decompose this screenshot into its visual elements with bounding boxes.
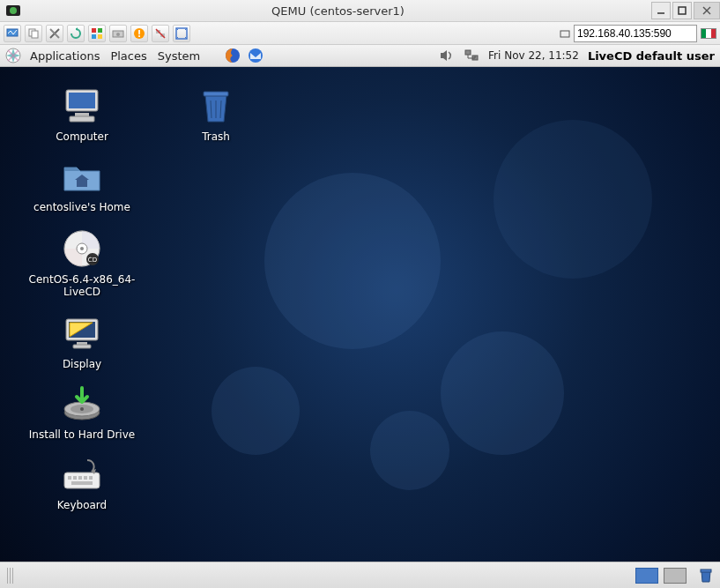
install-label: Install to Hard Drive <box>25 428 139 441</box>
hard-drive-icon <box>61 383 103 425</box>
svg-point-16 <box>116 33 120 36</box>
svg-rect-11 <box>92 28 96 33</box>
user-menu[interactable]: LiveCD default user <box>588 49 715 63</box>
network-icon[interactable] <box>464 48 479 63</box>
svg-rect-23 <box>560 31 569 37</box>
copy-icon[interactable] <box>25 25 42 42</box>
desktop-icon-trash[interactable]: Trash <box>159 85 273 143</box>
workspace-1[interactable] <box>635 568 658 584</box>
gnome-bottom-panel <box>0 562 720 588</box>
svg-rect-14 <box>98 34 102 39</box>
close-button[interactable] <box>694 2 720 19</box>
minimize-button[interactable] <box>651 2 671 19</box>
svg-rect-59 <box>89 476 93 480</box>
monitor-icon[interactable] <box>4 25 21 42</box>
computer-icon <box>61 85 103 127</box>
home-folder-icon <box>61 155 103 197</box>
tools-icon[interactable] <box>46 25 63 42</box>
svg-rect-8 <box>32 31 38 38</box>
svg-rect-36 <box>204 92 228 96</box>
ip-address-input[interactable] <box>574 25 697 42</box>
svg-rect-60 <box>71 481 93 485</box>
window-title: QEMU (centos-server1) <box>26 4 649 18</box>
centos-menu-icon[interactable] <box>5 48 21 63</box>
svg-rect-57 <box>78 476 82 480</box>
refresh-icon[interactable] <box>67 25 85 42</box>
svg-point-1 <box>10 7 17 14</box>
applications-menu[interactable]: Applications <box>28 48 101 64</box>
svg-rect-35 <box>70 116 94 122</box>
desktop-icon-home[interactable]: centoslive's Home <box>25 155 139 213</box>
trash-panel-icon[interactable] <box>697 568 713 584</box>
clock[interactable]: Fri Nov 22, 11:52 <box>488 49 579 62</box>
svg-rect-33 <box>69 93 95 108</box>
system-menu[interactable]: System <box>156 48 202 64</box>
livecd-label: CentOS-6.4-x86_64-LiveCD <box>25 273 139 298</box>
workspace-2[interactable] <box>664 568 687 584</box>
thunderbird-icon[interactable] <box>248 48 264 63</box>
cd-icon: CD <box>61 227 103 270</box>
fullscreen-icon[interactable] <box>173 25 190 42</box>
desktop[interactable]: Computer Trash centoslive's Home CD Cent… <box>0 67 720 562</box>
svg-point-43 <box>80 247 84 250</box>
svg-rect-3 <box>679 7 686 14</box>
windows-key-icon[interactable] <box>88 25 106 42</box>
network-off-icon[interactable] <box>152 25 169 42</box>
svg-text:CD: CD <box>88 257 97 264</box>
desktop-icon-display[interactable]: Display <box>25 312 139 370</box>
svg-point-53 <box>80 407 84 411</box>
home-label: centoslive's Home <box>25 201 139 213</box>
trash-icon <box>195 85 237 127</box>
svg-rect-58 <box>84 476 87 480</box>
display-icon <box>61 312 103 354</box>
qemu-icon <box>0 3 26 19</box>
desktop-icon-keyboard[interactable]: Keyboard <box>25 453 139 511</box>
desktop-icon-install[interactable]: Install to Hard Drive <box>25 383 139 441</box>
keyboard-label: Keyboard <box>25 499 139 511</box>
svg-rect-27 <box>465 50 471 55</box>
display-label: Display <box>25 358 139 370</box>
places-menu[interactable]: Places <box>108 48 148 64</box>
svg-rect-54 <box>64 473 100 488</box>
info-icon[interactable]: ! <box>130 25 148 42</box>
desktop-icon-livecd[interactable]: CD CentOS-6.4-x86_64-LiveCD <box>25 227 139 298</box>
svg-text:!: ! <box>137 29 142 39</box>
svg-rect-61 <box>701 569 711 572</box>
volume-icon[interactable] <box>439 48 455 63</box>
panel-grip[interactable] <box>7 568 14 584</box>
desktop-icon-computer[interactable]: Computer <box>25 85 139 143</box>
gnome-top-panel: Applications Places System Fri Nov 22, 1… <box>0 45 720 67</box>
trash-label: Trash <box>159 130 273 143</box>
flag-icon[interactable] <box>701 28 716 39</box>
svg-rect-56 <box>73 476 77 480</box>
firefox-icon[interactable] <box>225 48 241 63</box>
disk-icon[interactable] <box>109 25 127 42</box>
qemu-toolbar: ! <box>0 22 720 45</box>
svg-rect-49 <box>73 345 91 348</box>
svg-rect-12 <box>98 28 102 33</box>
svg-rect-13 <box>92 34 96 39</box>
computer-label: Computer <box>25 130 139 143</box>
maximize-button[interactable] <box>672 2 692 19</box>
window-titlebar: QEMU (centos-server1) <box>0 0 720 22</box>
svg-rect-55 <box>68 476 71 480</box>
detach-icon[interactable] <box>560 28 570 39</box>
keyboard-icon <box>61 453 103 495</box>
svg-rect-34 <box>75 113 89 116</box>
